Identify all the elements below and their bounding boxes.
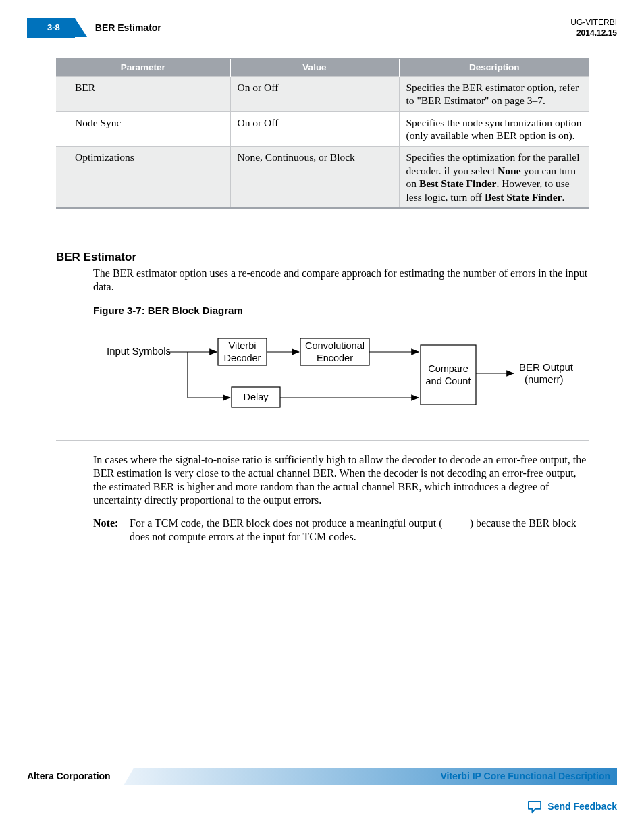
table-header-row: Parameter Value Description <box>56 59 589 76</box>
cell-param: BER <box>56 76 230 111</box>
footer-bar: Altera Corporation Viterbi IP Core Funct… <box>27 768 617 785</box>
table-row: Node Sync On or Off Specifies the node s… <box>56 111 589 147</box>
svg-rect-14 <box>421 345 476 405</box>
svg-text:and Count: and Count <box>426 375 471 386</box>
doc-id: UG-VITERBI <box>570 18 617 28</box>
section-ber-estimator: BER Estimator The BER estimator option u… <box>56 250 589 544</box>
note-block: Note: For a TCM code, the BER block does… <box>93 517 589 544</box>
footer-chapter-link[interactable]: Viterbi IP Core Functional Description <box>440 771 610 783</box>
svg-text:Viterbi: Viterbi <box>229 340 257 351</box>
table-row: Optimizations None, Continuous, or Block… <box>56 147 589 208</box>
note-label: Note: <box>93 517 124 544</box>
send-feedback-link[interactable]: Send Feedback <box>27 800 617 814</box>
figure-frame: Input Symbols Viterbi Decoder Convolutio… <box>56 323 589 441</box>
cell-param: Optimizations <box>56 147 230 208</box>
page-footer: Altera Corporation Viterbi IP Core Funct… <box>27 768 617 814</box>
cell-value: On or Off <box>230 76 399 111</box>
table-row: BER On or Off Specifies the BER estimato… <box>56 76 589 111</box>
page-number-tab: 3-8 <box>27 18 75 37</box>
svg-text:(numerr): (numerr) <box>525 373 564 385</box>
figure-title: Figure 3-7: BER Block Diagram <box>93 305 589 317</box>
diagram-input-label: Input Symbols <box>107 345 171 357</box>
cell-desc: Specifies the optimization for the paral… <box>399 147 589 208</box>
header-right: UG-VITERBI 2014.12.15 <box>570 18 617 38</box>
feedback-icon <box>527 800 542 814</box>
svg-text:Compare: Compare <box>428 363 468 374</box>
svg-text:Convolutional: Convolutional <box>305 340 365 351</box>
footer-company: Altera Corporation <box>27 771 124 783</box>
ber-block-diagram: Input Symbols Viterbi Decoder Convolutio… <box>56 336 589 423</box>
col-value: Value <box>230 59 399 76</box>
cell-param: Node Sync <box>56 111 230 147</box>
svg-text:Decoder: Decoder <box>224 353 261 363</box>
page-header: 3-8 BER Estimator UG-VITERBI 2014.12.15 <box>27 18 617 38</box>
header-section-title: BER Estimator <box>95 22 161 34</box>
parameter-table: Parameter Value Description BER On or Of… <box>56 58 589 209</box>
note-text: For a TCM code, the BER block does not p… <box>130 517 589 544</box>
header-left: 3-8 BER Estimator <box>27 18 161 37</box>
footer-gradient: Viterbi IP Core Functional Description <box>124 768 617 785</box>
cell-value: None, Continuous, or Block <box>230 147 399 208</box>
section-intro: The BER estimator option uses a re-encod… <box>93 267 589 294</box>
svg-text:Encoder: Encoder <box>317 353 353 363</box>
feedback-label: Send Feedback <box>547 801 617 813</box>
cell-desc: Specifies the node synchronization optio… <box>399 111 589 147</box>
col-parameter: Parameter <box>56 59 230 76</box>
col-description: Description <box>399 59 589 76</box>
doc-date: 2014.12.15 <box>570 28 617 39</box>
svg-text:BER Output: BER Output <box>519 361 574 373</box>
cell-desc: Specifies the BER estimator option, refe… <box>399 76 589 111</box>
section-heading: BER Estimator <box>56 250 589 264</box>
section-para2: In cases where the signal-to-noise ratio… <box>93 453 589 507</box>
svg-text:Delay: Delay <box>243 392 269 402</box>
cell-value: On or Off <box>230 111 399 147</box>
